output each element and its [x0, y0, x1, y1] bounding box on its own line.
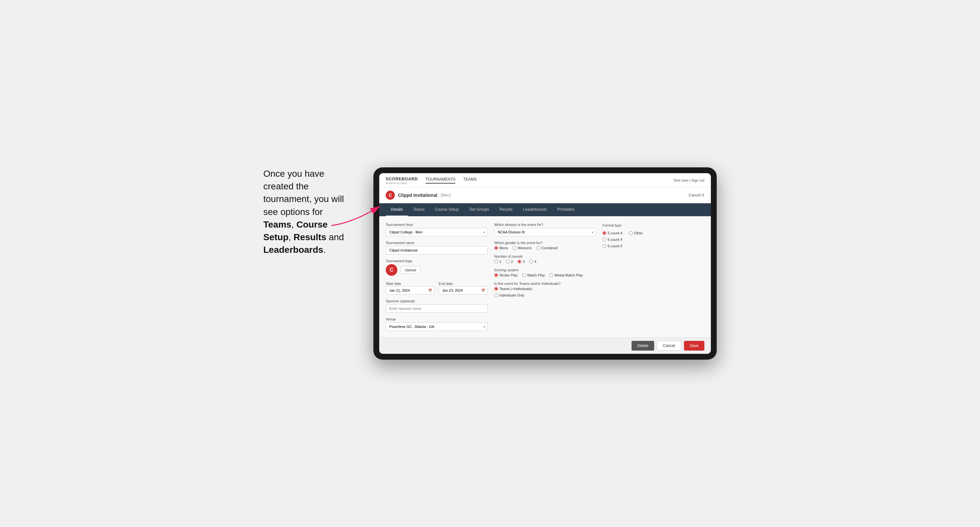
tournament-name-input[interactable]	[386, 246, 488, 254]
division-label: Which division is the event for?	[494, 223, 596, 227]
individuals-only-option[interactable]: Individuals Only	[494, 293, 525, 297]
cancel-header-button[interactable]: Cancel X	[689, 193, 705, 197]
scoring-match-option[interactable]: Match Play	[522, 273, 545, 277]
delete-button[interactable]: Delete	[632, 341, 654, 351]
date-group: Start date End date	[386, 280, 488, 295]
scoring-stroke-option[interactable]: Stroke Play	[494, 273, 517, 277]
format-5count4-radio[interactable]	[602, 231, 606, 235]
tournament-icon: C	[386, 190, 395, 200]
tab-results[interactable]: Results	[494, 203, 517, 216]
division-select[interactable]: NCAA Division III	[494, 228, 596, 236]
venue-select[interactable]: Peachtree GC - Atlanta - GA	[386, 322, 488, 331]
rounds-2-radio[interactable]	[506, 260, 510, 264]
form-left-column: Tournament Host Clippd College - Men Tou…	[386, 223, 488, 331]
nav-links: TOURNAMENTS TEAMS	[426, 177, 477, 184]
format-type-section: Format type 5 count 4 Other	[602, 223, 705, 248]
form-right-column: Format type 5 count 4 Other	[602, 223, 705, 331]
rounds-4-radio[interactable]	[529, 260, 533, 264]
nav-teams[interactable]: TEAMS	[463, 177, 476, 184]
tab-course-setup[interactable]: Course Setup	[430, 203, 464, 216]
venue-group: Venue Peachtree GC - Atlanta - GA	[386, 317, 488, 331]
tournament-name: Clippd Invitational	[398, 193, 437, 198]
tournament-host-select-wrapper: Clippd College - Men	[386, 228, 488, 236]
tournament-tag: (Men)	[441, 193, 450, 197]
start-date-group: Start date	[386, 280, 434, 295]
start-date-label: Start date	[386, 282, 401, 286]
venue-select-wrapper: Peachtree GC - Atlanta - GA	[386, 322, 488, 331]
form-grid: Tournament Host Clippd College - Men Tou…	[386, 223, 705, 331]
gender-combined-radio[interactable]	[536, 246, 540, 250]
format-other-option[interactable]: Other	[629, 231, 643, 235]
scoring-group: Scoring system Stroke Play Match Play	[494, 268, 596, 277]
logo-sub: Powered by clippd	[386, 182, 418, 184]
end-date-input[interactable]	[439, 286, 487, 295]
gender-label: Which gender is the event for?	[494, 241, 596, 245]
gender-womens-radio[interactable]	[513, 246, 517, 250]
tournament-host-select[interactable]: Clippd College - Men	[386, 228, 488, 236]
gender-combined-option[interactable]: Combined	[536, 246, 558, 250]
format-6count4-option[interactable]: 6 count 4	[602, 238, 705, 241]
scoring-label: Scoring system	[494, 268, 596, 272]
tab-tee-groups[interactable]: Tee Groups	[464, 203, 494, 216]
format-other-radio[interactable]	[629, 231, 633, 235]
tab-printables[interactable]: Printables	[552, 203, 580, 216]
scoring-match-radio[interactable]	[522, 273, 526, 277]
gender-group: Which gender is the event for? Mens Wome…	[494, 241, 596, 250]
division-group: Which division is the event for? NCAA Di…	[494, 223, 596, 236]
sponsor-input[interactable]	[386, 304, 488, 313]
rounds-3-option[interactable]: 3	[517, 260, 525, 264]
rounds-radio-group: 1 2 3	[494, 260, 596, 264]
format-6count4-radio[interactable]	[602, 238, 606, 241]
format-6count5-radio[interactable]	[602, 244, 606, 248]
start-date-wrapper	[386, 286, 434, 295]
logo-upload-area: C Upload	[386, 264, 488, 276]
format-row-1: 5 count 4 Other	[602, 231, 705, 235]
individuals-only-radio[interactable]	[494, 293, 498, 297]
tournament-host-group: Tournament Host Clippd College - Men	[386, 223, 488, 236]
rounds-3-radio[interactable]	[517, 260, 522, 264]
format-6count5-option[interactable]: 6 count 5	[602, 244, 705, 248]
tournament-logo-group: Tournament logo C Upload	[386, 259, 488, 276]
sponsor-label: Sponsor (optional)	[386, 299, 488, 303]
tab-bar: Details Teams Course Setup Tee Groups Re…	[379, 203, 711, 216]
rounds-1-option[interactable]: 1	[494, 260, 501, 264]
logo-text: SCOREBOARD	[386, 176, 418, 181]
upload-button[interactable]: Upload	[401, 266, 420, 274]
division-select-wrapper: NCAA Division III	[494, 228, 596, 236]
start-date-input[interactable]	[386, 286, 434, 295]
tab-teams[interactable]: Teams	[408, 203, 430, 216]
rounds-1-radio[interactable]	[494, 260, 498, 264]
save-button[interactable]: Save	[684, 341, 705, 351]
tournament-header: C Clippd Invitational (Men) Cancel X	[379, 187, 711, 203]
teams-group: Is this event for Teams and/or Individua…	[494, 282, 596, 297]
tournament-name-label: Tournament name	[386, 241, 488, 245]
nav-tournaments[interactable]: TOURNAMENTS	[426, 177, 455, 184]
format-options-group: 5 count 4 Other 6 count 4	[602, 231, 705, 248]
gender-mens-option[interactable]: Mens	[494, 246, 508, 250]
scoring-stroke-radio[interactable]	[494, 273, 498, 277]
end-date-label: End date	[439, 282, 453, 286]
scoring-medal-option[interactable]: Medal Match Play	[549, 273, 582, 277]
form-middle-column: Which division is the event for? NCAA Di…	[494, 223, 596, 331]
logo-area: SCOREBOARD Powered by clippd	[386, 176, 418, 184]
end-date-wrapper	[439, 286, 487, 295]
cancel-button[interactable]: Cancel	[657, 341, 681, 351]
teams-plus-radio[interactable]	[494, 287, 498, 291]
page-wrapper: Once you have created the tournament, yo…	[263, 167, 717, 360]
teams-plus-individuals-option[interactable]: Teams (+Individuals)	[494, 287, 532, 291]
format-5count4-option[interactable]: 5 count 4	[602, 231, 622, 235]
gender-mens-radio[interactable]	[494, 246, 498, 250]
gender-womens-option[interactable]: Womens	[513, 246, 532, 250]
nav-left: SCOREBOARD Powered by clippd TOURNAMENTS…	[386, 176, 477, 184]
rounds-4-option[interactable]: 4	[529, 260, 536, 264]
tab-leaderboards[interactable]: Leaderboards	[517, 203, 552, 216]
tournament-logo-label: Tournament logo	[386, 259, 488, 263]
sponsor-group: Sponsor (optional)	[386, 299, 488, 313]
scoring-medal-radio[interactable]	[549, 273, 553, 277]
date-row: Start date End date	[386, 280, 488, 295]
arrow-icon	[328, 200, 393, 232]
top-nav: SCOREBOARD Powered by clippd TOURNAMENTS…	[379, 173, 711, 187]
rounds-2-option[interactable]: 2	[506, 260, 513, 264]
action-bar: Delete Cancel Save	[379, 337, 711, 354]
content-area: Tournament Host Clippd College - Men Tou…	[379, 216, 711, 337]
